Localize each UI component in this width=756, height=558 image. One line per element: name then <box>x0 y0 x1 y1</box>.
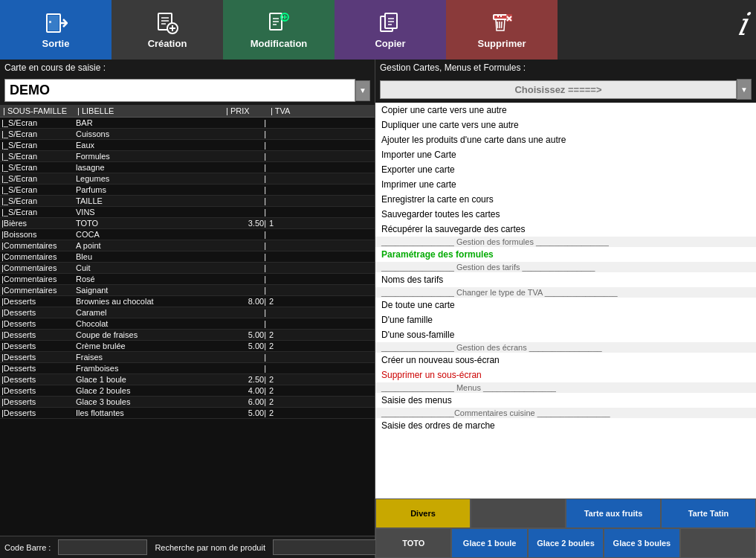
cell-tva: 2 <box>268 374 297 385</box>
table-row[interactable]: |Commentaires A point | <box>0 240 375 251</box>
cell-lib: Caramel <box>74 307 223 318</box>
left-panel: Carte en cours de saisie : ▼ | SOUS-FAMI… <box>0 60 375 558</box>
menu-item[interactable]: Enregistrer la carte en cours <box>375 192 756 207</box>
cell-sous: |Desserts <box>0 397 74 407</box>
menu-item[interactable]: Sauvegarder toutes les cartes <box>375 207 756 222</box>
cell-prix: | <box>223 207 268 217</box>
menu-item[interactable]: Exporter une carte <box>375 162 756 177</box>
cell-sous: |_S/Ecran <box>0 129 74 139</box>
bottom-btn[interactable] <box>680 528 756 558</box>
table-row[interactable]: |_S/Ecran BAR | <box>0 118 375 129</box>
info-icon: 𝑖 <box>737 6 747 42</box>
bottom-btn[interactable]: TOTO <box>375 528 451 558</box>
cell-prix: 5.00| <box>223 341 268 351</box>
table-row[interactable]: |_S/Ecran Formules | <box>0 151 375 162</box>
modification-label: Modification <box>251 38 308 49</box>
cell-tva <box>268 274 297 284</box>
table-row[interactable]: |Desserts Caramel | <box>0 307 375 318</box>
menu-item[interactable]: D'une sous-famille <box>375 327 756 342</box>
cell-lib: Brownies au chocolat <box>74 296 223 307</box>
bottom-btn[interactable]: Divers <box>375 498 471 528</box>
table-row[interactable]: |Desserts Framboises | <box>0 363 375 374</box>
menu-item[interactable]: Ajouter les produits d'une carte dans un… <box>375 132 756 147</box>
table-row[interactable]: |Desserts Coupe de fraises 5.00| 2 <box>0 330 375 341</box>
menu-item[interactable]: Noms des tarifs <box>375 272 756 287</box>
table-row[interactable]: |Desserts Glace 1 boule 2.50| 2 <box>0 374 375 385</box>
codebarre-input[interactable] <box>58 539 147 555</box>
table-row[interactable]: |_S/Ecran lasagne | <box>0 162 375 173</box>
menu-item[interactable]: Importer une Carte <box>375 147 756 162</box>
cell-lib: lasagne <box>74 162 223 173</box>
table-row[interactable]: |_S/Ecran Eaux | <box>0 140 375 151</box>
table-row[interactable]: |_S/Ecran Cuissons | <box>0 129 375 140</box>
table-row[interactable]: |Desserts Chocolat | <box>0 318 375 330</box>
menu-item[interactable]: Copier une carte vers une autre <box>375 103 756 118</box>
cell-prix: | <box>223 363 268 373</box>
cell-tva <box>268 229 297 240</box>
menu-item[interactable]: Dupliquer une carte vers une autre <box>375 118 756 132</box>
bottom-btn[interactable] <box>471 498 566 528</box>
table-row[interactable]: |_S/Ecran VINS | <box>0 207 375 218</box>
bottom-btn[interactable]: Glace 2 boules <box>528 528 604 558</box>
menu-item[interactable]: De toute une carte <box>375 298 756 312</box>
cell-sous: |Desserts <box>0 296 74 307</box>
bottom-btn[interactable]: Tarte aux fruits <box>566 498 661 528</box>
supprimer-button[interactable]: Supprimer <box>446 0 558 60</box>
modification-button[interactable]: Modification <box>223 0 335 60</box>
table-row[interactable]: |Boissons COCA | <box>0 229 375 240</box>
table-row[interactable]: |Commentaires Saignant | <box>0 285 375 296</box>
sortie-icon <box>44 11 68 35</box>
cell-tva <box>268 352 297 362</box>
table-row[interactable]: |Desserts Glace 2 boules 4.00| 2 <box>0 385 375 397</box>
card-selector-row: ▼ <box>0 76 375 105</box>
supprimer-label: Supprimer <box>477 38 526 49</box>
cell-tva <box>268 151 297 161</box>
table-row[interactable]: |_S/Ecran Parfums | <box>0 185 375 196</box>
menu-item[interactable]: Saisie des menus <box>375 393 756 408</box>
menu-item[interactable]: Créer un nouveau sous-écran <box>375 353 756 368</box>
menu-item[interactable]: Imprimer une carte <box>375 177 756 192</box>
cell-sous: |Desserts <box>0 408 74 418</box>
bottom-btn[interactable]: Tarte Tatin <box>661 498 756 528</box>
menu-item[interactable]: Paramétrage des formules <box>375 247 756 262</box>
table-row[interactable]: |Commentaires Bleu | <box>0 251 375 263</box>
table-row[interactable]: |_S/Ecran Legumes | <box>0 173 375 185</box>
sortie-button[interactable]: Sortie <box>0 0 112 60</box>
bottom-btn[interactable]: Glace 1 boule <box>451 528 527 558</box>
cell-tva: 2 <box>268 330 297 340</box>
cell-lib: Crème brulée <box>74 341 223 351</box>
card-dropdown-button[interactable]: ▼ <box>355 80 370 101</box>
gestion-selector-row: ▼ <box>375 76 756 103</box>
creation-button[interactable]: Création <box>112 0 223 60</box>
table-row[interactable]: |_S/Ecran TAILLE | <box>0 196 375 207</box>
table-row[interactable]: |Desserts Brownies au chocolat 8.00| 2 <box>0 296 375 307</box>
menu-item[interactable]: D'une famille <box>375 312 756 327</box>
copier-label: Copier <box>375 38 405 49</box>
bottom-btn[interactable]: Glace 3 boules <box>604 528 679 558</box>
cell-prix: | <box>223 352 268 362</box>
col-tva: | TVA <box>268 106 297 115</box>
cell-lib: Fraises <box>74 352 223 362</box>
right-panel: Gestion Cartes, Menus et Formules : ▼ Co… <box>375 60 756 558</box>
menu-item[interactable]: Supprimer un sous-écran <box>375 368 756 382</box>
copier-button[interactable]: Copier <box>335 0 446 60</box>
table-row[interactable]: |Commentaires Cuit | <box>0 263 375 274</box>
gestion-dropdown-button[interactable]: ▼ <box>737 79 752 100</box>
table-row[interactable]: |Desserts Fraises | <box>0 352 375 363</box>
cell-lib: Bleu <box>74 251 223 262</box>
cell-tva: 1 <box>268 218 297 228</box>
table-row[interactable]: |Desserts Glace 3 boules 6.00| 2 <box>0 397 375 408</box>
menu-item[interactable]: Récupérer la sauvegarde des cartes <box>375 222 756 237</box>
table-row[interactable]: |Commentaires Rosé | <box>0 274 375 285</box>
gestion-input[interactable] <box>380 80 737 99</box>
card-input[interactable] <box>4 79 355 102</box>
cell-sous: |Desserts <box>0 318 74 329</box>
cell-lib: VINS <box>74 207 223 217</box>
info-button[interactable]: 𝑖 <box>558 0 756 60</box>
table-row[interactable]: |Desserts Crème brulée 5.00| 2 <box>0 341 375 352</box>
cell-tva: 2 <box>268 397 297 407</box>
table-row[interactable]: |Desserts Iles flottantes 5.00| 2 <box>0 408 375 419</box>
menu-item[interactable]: Saisie des ordres de marche <box>375 418 756 433</box>
table-row[interactable]: |Bières TOTO 3.50| 1 <box>0 218 375 229</box>
cell-sous: |_S/Ecran <box>0 207 74 217</box>
